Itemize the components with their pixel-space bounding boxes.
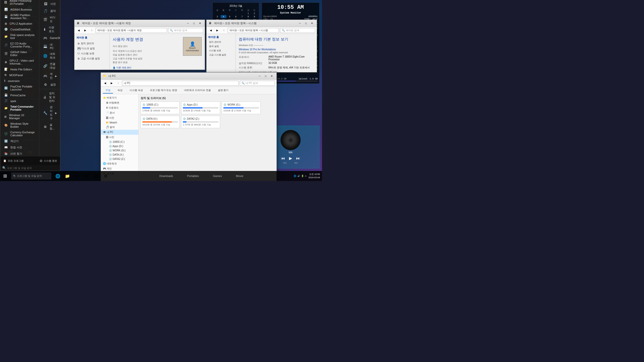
fe-tree-c[interactable]: 💿 10855 (C:) — [101, 140, 138, 144]
prog-aomei[interactable]: 💾 AOMEI Partition Assistant Tec... — [0, 12, 39, 21]
start-button[interactable]: ⊞ — [0, 171, 10, 181]
tray-battery-icon[interactable]: 🔋 — [301, 175, 304, 177]
fe-tab-compose[interactable]: 구성 — [103, 87, 113, 94]
cp-maximize-btn[interactable]: □ — [191, 21, 197, 26]
cp-minimize-btn[interactable]: ─ — [185, 21, 191, 26]
cp-item-device[interactable]: ⚙장치 관리자 — [76, 41, 107, 46]
fe-tree-apps[interactable]: 💿 Apps (D:) — [101, 144, 138, 148]
prev-icon[interactable]: ⏮ — [281, 156, 285, 161]
taskbar-store[interactable]: 🛍 — [82, 171, 91, 180]
fe-tree-data[interactable]: 💿 DATA (X:) — [101, 153, 138, 157]
taskbar-downloads[interactable]: Downloads — [157, 173, 175, 178]
prog-photoshop[interactable]: 🖼 Adobe Photoshop 19 Portable — [0, 0, 39, 7]
si-minimize-btn[interactable]: ─ — [297, 21, 303, 26]
prog-winstyle[interactable]: 🎨 Windows Style Builder — [0, 121, 39, 129]
fe-forward-btn[interactable]: ▶ — [109, 81, 114, 85]
fe-tree-game[interactable]: 🎮 게인 — [101, 166, 138, 171]
place-gameshortcut[interactable]: 🎮 GameShortCut ▶ — [39, 34, 60, 41]
prog-gilisoft[interactable]: 🎬 GiliSoft Video Editor — [0, 49, 39, 58]
drive-data[interactable]: 💿 DATA (X:) 931GB 중 157GB 사용 가능 — [141, 116, 180, 128]
cp-item-disk[interactable]: 💾디스크 설정 — [76, 46, 107, 51]
place-admin[interactable]: 🔧 관리 도구 ▶ — [39, 104, 60, 122]
fe-tree-mypc[interactable]: 💻 내 PC — [101, 130, 138, 135]
taskbar-clock[interactable]: 오전 10:55 2019-03-04 — [308, 173, 322, 179]
prog-cpuz[interactable]: 🖥 CPU-Z Application — [0, 21, 39, 26]
drive-data2[interactable]: 💿 DATA2 (Z:) 2.72TB 중 380GB 사용 가능 — [181, 116, 220, 128]
place-mypc[interactable]: 💻 내 PC — [39, 41, 60, 51]
next-icon[interactable]: ⏭ — [296, 156, 300, 161]
fe-tree-music[interactable]: 🎵 음악 — [101, 125, 138, 130]
fe-tree-desktop[interactable]: 🖥 바탕화면 — [101, 100, 138, 105]
place-video[interactable]: 🎬 비디오 — [39, 14, 60, 24]
taskbar-portables[interactable]: Portables — [185, 173, 201, 178]
place-settings2[interactable]: ⚙ 설정... — [39, 122, 60, 132]
tray-network-icon[interactable]: 🌐 — [294, 175, 296, 177]
place-devices[interactable]: 🖨 장치 및 프린터 — [39, 90, 60, 104]
si-up-btn[interactable]: ↑ — [221, 28, 227, 33]
prog-osver[interactable]: ℹ osversion — [0, 78, 39, 84]
tray-lang[interactable]: A — [305, 175, 306, 177]
prog-modpanel[interactable]: ⚙ MODPanel — [0, 72, 39, 78]
taskbar-mail[interactable]: ✉ — [72, 171, 82, 180]
cp-up-btn[interactable]: ↑ — [89, 28, 95, 33]
cp-path[interactable]: 제어판 › 모든 제어판 항목 › 사용자 계정 — [96, 28, 167, 33]
si-path[interactable]: 제어판 › 모든 제어판 항목 › 시스템 — [228, 28, 279, 33]
tray-sound-icon[interactable]: 🔊 — [297, 175, 300, 177]
drive-work[interactable]: 💿 WORK (G:) 223GB 중 173GB 사용 가능 — [222, 102, 261, 114]
fe-tree-photos[interactable]: 🖼 사진 — [101, 115, 138, 120]
si-item-protect[interactable]: 시스템 보호 — [208, 49, 234, 53]
place-game[interactable]: 🎮 게인 ▶ — [39, 71, 60, 81]
si-back-btn[interactable]: ◀ — [208, 28, 214, 33]
place-settings[interactable]: ⚙ 설정 — [39, 81, 60, 88]
fe-maximize-btn[interactable]: □ — [263, 74, 268, 78]
all-programs-btn[interactable]: 📋 모든 프로그램 — [3, 159, 24, 163]
fe-tab-find[interactable]: 설정 찾기 — [215, 87, 231, 94]
fe-tree-docs[interactable]: 📄 문서 — [101, 110, 138, 115]
taskbar-settings2[interactable]: ⚙ — [101, 171, 110, 180]
drive-c[interactable]: 💿 10855 (C:) 179GB 중 196GB 사용 가능 — [141, 102, 180, 114]
taskbar-movie[interactable]: Movie — [234, 173, 245, 178]
prog-win10mgr[interactable]: ⊞ Windows 10 Manager — [0, 112, 39, 121]
prog-popchar[interactable]: 🔤 PopChar Portable Launcher — [0, 84, 39, 92]
fe-tree-work[interactable]: 💿 WORK (G:) — [101, 148, 138, 153]
cp-link-other-accounts[interactable]: 👤 다른 계정 관리 — [113, 66, 180, 69]
taskbar-photos[interactable]: 🖼 — [92, 171, 101, 180]
fe-tree-photos2[interactable]: 🖼 사진 — [101, 135, 138, 140]
cp-forward-btn[interactable]: ▶ — [83, 28, 88, 33]
fe-tree-download[interactable]: ⬇ 다운로드 — [101, 105, 138, 110]
cp-item-advanced[interactable]: ⚙고급 시스템 설정 — [76, 56, 107, 61]
si-forward-btn[interactable]: ▶ — [215, 28, 220, 33]
prog-crystaldisk[interactable]: 💿 CrystalDiskMark — [0, 26, 39, 32]
cp-close-btn[interactable]: ✕ — [197, 21, 203, 26]
cp-search[interactable]: 🔍 제어판 검색 — [168, 28, 203, 33]
drive-apps[interactable]: 💿 Apps (D:) 223GB 중 179GB 사용 가능 — [181, 102, 220, 114]
fe-close-btn[interactable]: ✕ — [269, 74, 274, 78]
si-item-remote[interactable]: 원격 설정 — [208, 44, 234, 49]
fe-search[interactable]: 🔍 내 PC 검색 — [240, 81, 275, 86]
si-maximize-btn[interactable]: □ — [303, 21, 309, 26]
prog-ezcd[interactable]: 🎵 EZ CD Audio Converter Porta... — [0, 41, 39, 49]
fe-tab-network[interactable]: 네트워크 드라이브 연결 — [182, 87, 213, 94]
taskbar-games[interactable]: Games — [211, 173, 224, 178]
fe-tab-properties[interactable]: 속성 — [115, 87, 125, 94]
place-network[interactable]: 🌐 네트워크 — [39, 51, 60, 61]
cp-back-btn[interactable]: ◀ — [76, 28, 82, 33]
taskbar-search[interactable]: 🔍 프로그램 및 파일 검색 — [11, 172, 51, 179]
taskbar-edge[interactable]: 🌐 — [53, 171, 62, 180]
prog-calc[interactable]: 🔢 계산기 — [0, 138, 39, 144]
fe-tree-quick[interactable]: ⭐ 바로가기 — [101, 95, 138, 100]
prog-primocache[interactable]: 💾 PrimoCache — [0, 92, 39, 98]
fe-path[interactable]: 내 PC — [122, 81, 239, 86]
prog-totalcmd[interactable]: 📁 Total Commander Portable — [0, 104, 39, 112]
play-pause-icon[interactable]: ▶ — [289, 156, 292, 161]
prog-diskspace[interactable]: 📁 Disk space analysis tool — [0, 32, 39, 41]
fe-up-btn[interactable]: ↑ — [115, 81, 121, 85]
prog-hancom[interactable]: 📖 한컴 사전 — [0, 144, 39, 151]
prog-hosts[interactable]: 📝 Hosts File Editor+ — [0, 66, 39, 72]
cp-item-protect[interactable]: 🛡시스템 보호 — [76, 51, 107, 56]
place-download[interactable]: ⬇ 다운로드 — [39, 24, 60, 34]
si-search[interactable]: 🔍 제어판 검색 — [280, 28, 315, 33]
place-music[interactable]: 🎵 음악 — [39, 7, 60, 14]
taskbar-files[interactable]: 📁 — [63, 171, 72, 180]
fe-tree-bleach[interactable]: 📂 bleach — [101, 120, 138, 125]
